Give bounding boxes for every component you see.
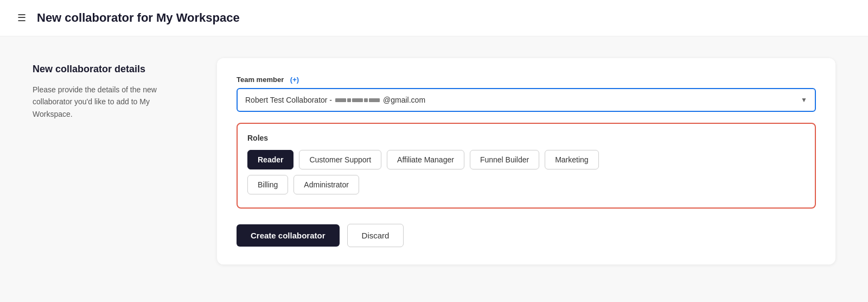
create-collaborator-button[interactable]: Create collaborator (237, 224, 340, 247)
main-content: New collaborator details Please provide … (0, 36, 868, 302)
role-btn-administrator[interactable]: Administrator (293, 175, 359, 194)
team-member-email: @gmail.com (383, 96, 425, 104)
team-member-name: Robert Test Collaborator - (245, 96, 332, 104)
role-btn-funnel-builder[interactable]: Funnel Builder (470, 150, 539, 169)
roles-label: Roles (247, 134, 805, 142)
role-btn-marketing[interactable]: Marketing (545, 150, 598, 169)
team-member-add[interactable]: (+) (290, 76, 299, 84)
role-btn-affiliate-manager[interactable]: Affiliate Manager (387, 150, 464, 169)
left-panel: New collaborator details Please provide … (33, 58, 184, 120)
roles-row-2: Billing Administrator (247, 175, 805, 194)
role-btn-billing[interactable]: Billing (247, 175, 288, 194)
roles-section: Roles Reader Customer Support Affiliate … (237, 123, 816, 209)
form-panel: Team member (+) Robert Test Collaborator… (217, 58, 835, 265)
select-arrow-icon: ▼ (801, 96, 807, 104)
menu-icon[interactable]: ☰ (17, 13, 26, 23)
action-buttons: Create collaborator Discard (237, 224, 816, 247)
discard-button[interactable]: Discard (347, 224, 404, 247)
team-member-select[interactable]: Robert Test Collaborator - @gmail.com ▼ (237, 88, 816, 112)
masked-chars (335, 98, 380, 102)
page-title: New collaborator for My Workspace (37, 11, 240, 25)
team-member-field: Team member (+) Robert Test Collaborator… (237, 76, 816, 112)
role-btn-reader[interactable]: Reader (247, 150, 293, 169)
left-panel-title: New collaborator details (33, 64, 184, 75)
role-btn-customer-support[interactable]: Customer Support (299, 150, 381, 169)
team-member-select-wrapper: Robert Test Collaborator - @gmail.com ▼ (237, 88, 816, 112)
team-member-label: Team member (+) (237, 76, 816, 84)
header: ☰ New collaborator for My Workspace (0, 0, 868, 36)
roles-row-1: Reader Customer Support Affiliate Manage… (247, 150, 805, 169)
left-panel-description: Please provide the details of the new co… (33, 84, 184, 120)
